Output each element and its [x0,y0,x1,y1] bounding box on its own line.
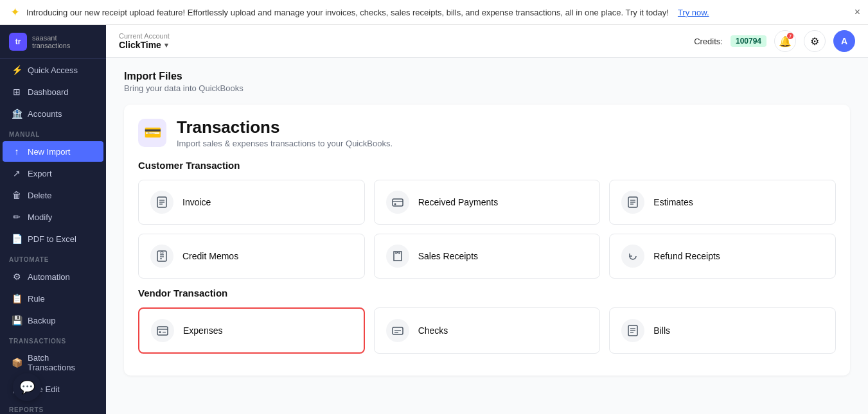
account-name: ClickTime ▾ [119,40,170,50]
bills-icon [621,319,644,342]
bills-card[interactable]: Bills [609,307,836,354]
sidebar-item-label: Batch Transactions [28,353,94,372]
estimates-label: Estimates [653,197,693,207]
received-payments-card[interactable]: Received Payments [374,180,601,225]
sales-receipts-card[interactable]: Sales Receipts [374,234,601,279]
vendor-section-heading: Vendor Transaction [138,288,836,298]
sidebar-item-label: Delete [28,191,52,200]
sidebar-item-label: New Import [28,147,70,157]
manual-section-label: MANUAL [0,125,106,141]
topbar-right: Credits: 100794 🔔 7 ⚙ A [694,30,855,52]
accounts-icon: 🏦 [12,108,22,119]
customer-transactions-grid: Invoice Received Payments [138,180,836,279]
automation-icon: ⚙ [12,272,22,282]
sidebar-item-delete[interactable]: 🗑 Delete [3,185,103,205]
refund-receipts-label: Refund Receipts [653,251,720,261]
export-icon: ↗ [12,168,22,178]
received-payments-icon [386,191,409,214]
credit-memos-card[interactable]: Credit Memos [138,234,365,279]
sidebar-item-label: Backup [28,316,55,325]
logo-icon: tr [9,33,27,51]
sidebar-item-accounts[interactable]: 🏦 Accounts [3,103,103,124]
customer-section-heading: Customer Transaction [138,160,836,171]
sidebar-item-label: Quick Access [28,65,78,75]
expenses-card[interactable]: Expenses [138,307,365,354]
svg-rect-4 [393,199,403,206]
gear-icon: ⚙ [810,35,819,47]
svg-rect-16 [157,327,168,335]
refund-receipts-icon [621,245,644,268]
bills-label: Bills [653,325,670,336]
sales-receipts-label: Sales Receipts [418,251,478,261]
chat-icon: 💬 [19,379,35,395]
rule-icon: 📋 [12,293,22,304]
quick-access-icon: ⚡ [12,65,22,75]
estimates-card[interactable]: Estimates [609,180,836,225]
notifications-button[interactable]: 🔔 7 [774,30,796,52]
transactions-big-title: Transactions [177,117,393,137]
sidebar-item-quick-access[interactable]: ⚡ Quick Access [3,60,103,80]
logo-text: saasant transactions [32,34,70,49]
settings-button[interactable]: ⚙ [804,30,826,52]
transactions-header: 💳 Transactions Import sales & expenses t… [138,117,836,148]
topbar: Current Account ClickTime ▾ Credits: 100… [106,25,868,58]
invoice-icon [150,191,173,214]
account-selector[interactable]: Current Account ClickTime ▾ [119,32,170,50]
sidebar-item-rule[interactable]: 📋 Rule [3,288,103,309]
account-label: Current Account [119,32,170,40]
refund-receipts-card[interactable]: Refund Receipts [609,234,836,279]
star-icon: ✦ [10,5,20,19]
checks-icon [386,319,409,342]
page-subtitle: Bring your data into QuickBooks [124,83,850,93]
credit-memos-icon [150,245,173,268]
top-banner: ✦ Introducing our new receipt upload fea… [0,0,868,25]
transactions-title-block: Transactions Import sales & expenses tra… [177,117,393,148]
credits-badge: 100794 [731,35,766,47]
pdf-icon: 📄 [12,234,22,244]
expenses-label: Expenses [183,325,222,336]
transactions-icon: 💳 [138,119,166,147]
user-avatar[interactable]: A [833,30,855,52]
delete-icon: 🗑 [12,190,22,200]
chat-bubble-button[interactable]: 💬 [13,373,41,401]
sidebar-item-pdf-to-excel[interactable]: 📄 PDF to Excel [3,229,103,249]
sidebar-logo: tr saasant transactions [0,25,106,59]
notification-count: 7 [787,33,793,39]
checks-card[interactable]: Checks [374,307,601,354]
sidebar-item-label: Automation [28,272,70,282]
credit-memos-label: Credit Memos [182,251,238,261]
close-banner-button[interactable]: × [855,6,860,18]
invoice-card[interactable]: Invoice [138,180,365,225]
sidebar-item-label: Modify [28,212,52,222]
sidebar-item-label: Export [28,169,52,178]
try-now-link[interactable]: Try now. [678,8,709,17]
banner-text: Introducing our new receipt upload featu… [26,8,669,17]
sidebar-item-export[interactable]: ↗ Export [3,163,103,184]
sidebar-item-label: Dashboard [28,87,69,97]
sidebar-item-batch-transactions[interactable]: 📦 Batch Transactions [3,348,103,377]
credits-label: Credits: [694,37,723,46]
vendor-transactions-grid: Expenses Checks [138,307,836,354]
received-payments-label: Received Payments [418,197,499,207]
svg-point-6 [394,203,396,205]
sidebar-item-label: Rule [28,294,45,304]
sidebar-item-automation[interactable]: ⚙ Automation [3,266,103,287]
expenses-icon [151,319,174,342]
chevron-down-icon: ▾ [164,41,168,49]
page-title: Import Files [124,71,850,82]
svg-point-15 [161,252,163,254]
svg-rect-11 [157,251,166,261]
sidebar-item-dashboard[interactable]: ⊞ Dashboard [3,82,103,102]
main-content: Import Files Bring your data into QuickB… [106,58,868,414]
sidebar-item-backup[interactable]: 💾 Backup [3,310,103,331]
modify-icon: ✏ [12,212,22,222]
sidebar-item-label: Accounts [28,109,62,119]
sidebar: tr saasant transactions ⚡ Quick Access ⊞… [0,25,106,414]
sidebar-item-label: PDF to Excel [28,234,76,244]
sidebar-item-modify[interactable]: ✏ Modify [3,207,103,227]
transactions-card: 💳 Transactions Import sales & expenses t… [124,105,850,375]
reports-section-label: REPORTS [0,400,106,414]
sidebar-item-new-import[interactable]: ↑ New Import [3,141,103,162]
batch-icon: 📦 [12,358,22,368]
invoice-label: Invoice [182,197,211,207]
